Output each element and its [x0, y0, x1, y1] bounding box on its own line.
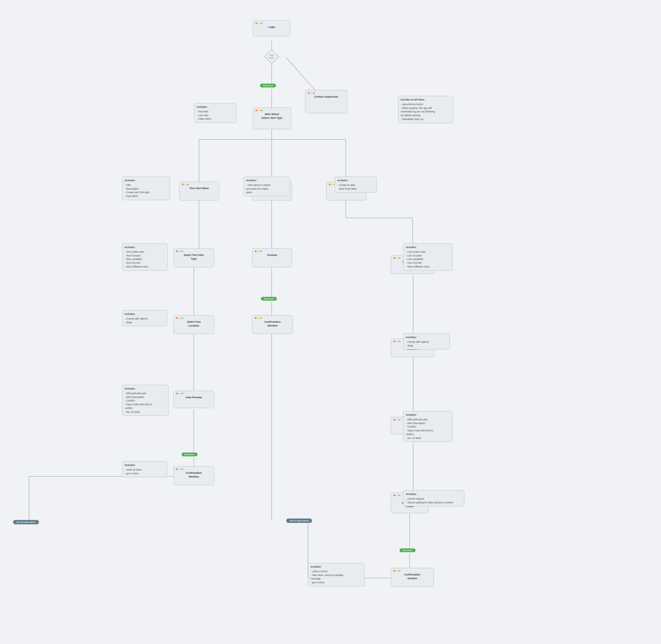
confirmation-window-false-node: ConfirmationWindow — [252, 315, 293, 334]
main-menu-node: Main Menu/Select Alert Type — [253, 108, 291, 129]
contact-supervisor-node: Contact Supervisor — [305, 90, 347, 113]
go-to-main-center-badge: Go to main menu — [286, 519, 312, 523]
select-test-alert-type-node: Select Test AlertType — [174, 248, 214, 267]
diamond-cant-login: Can't log in? — [264, 49, 279, 65]
live-alert-includes: Includes: - Create an alert - View Past … — [335, 177, 377, 192]
test-alert-menu-node: Test Alert Menu — [179, 182, 219, 201]
success-login-badge: Success! — [260, 84, 276, 88]
confirmation-window-live-node: Confirmationwindow — [391, 568, 434, 587]
go-to-main-left-badge: Go to main menu — [13, 520, 39, 524]
select-live-alert-includes: Includes: - Live Amber Alert - Live Tsun… — [403, 244, 453, 271]
view-preview-test-includes: Includes: - Edit particular part - Alert… — [122, 385, 168, 416]
select-test-location-includes: Includes: - County with options - State — [122, 310, 167, 326]
success-live-wait-badge: Success! — [400, 548, 415, 552]
view-preview-test-node: View Preview — [174, 391, 214, 408]
wait-confirmation-includes: Includes: - Cancel request - Show's wait… — [403, 490, 464, 506]
confirmation-test-includes: Includes: - Undo on timer - go to menu — [122, 461, 167, 477]
svg-marker-31 — [265, 49, 279, 64]
svg-text:Can't: Can't — [270, 54, 274, 56]
svg-text:log in?: log in? — [269, 57, 274, 59]
login-node: Login — [253, 20, 291, 36]
diagram-canvas: Can't log in? Login Contact Supervisor S… — [0, 0, 661, 644]
main-menu-includes: Includes: - Test Alert - Live Alert - Fa… — [194, 103, 236, 123]
false-alarm-includes: Includes: - View alerts to cancel and se… — [244, 177, 290, 197]
select-test-alert-includes: Includes: - Test Amber Alert - Test Tsun… — [122, 244, 168, 271]
preview-false-node: Preview — [252, 248, 292, 267]
includes-at-all-times: Includes at all times: - Menu/Home butto… — [398, 96, 453, 123]
success-test-preview-badge: Success! — [182, 453, 198, 456]
view-preview-live-includes: Includes: - Edit particular part - Alert… — [403, 411, 453, 442]
select-live-location-includes: Includes: - County with options - State — [403, 334, 450, 349]
confirmation-live-includes: Includes: - Undo on timer - After timer,… — [308, 563, 365, 586]
confirmation-window-test-node: ConfirmationWindow — [174, 466, 214, 485]
success-false-preview-badge: Success! — [261, 297, 277, 301]
select-test-location-node: Select TestLocation — [174, 315, 214, 334]
test-alert-menu-includes: Includes: - Title - Description - Create… — [122, 177, 170, 200]
